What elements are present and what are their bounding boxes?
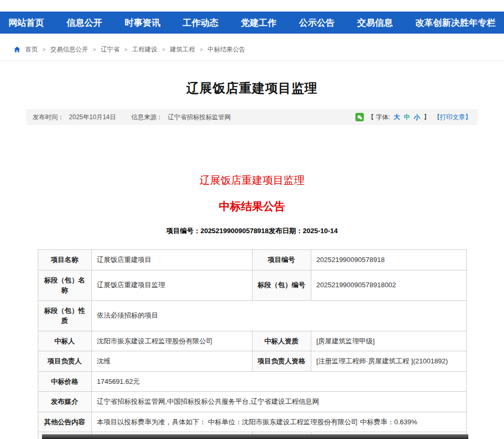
home-icon[interactable] [14,46,20,53]
source-value: 辽宁省招标投标监管网 [167,113,230,121]
value-section-name: 辽展饭店重建项目监理 [91,270,252,300]
breadcrumb-separator: > [200,47,203,53]
nav-item-party-building[interactable]: 党建工作 [239,17,279,29]
label-leader-qualification: 项目负责人资格 [252,351,311,372]
top-strip [0,0,504,12]
value-leader-qualification: [注册监理工程师·房屋建筑工程 ](21001892) [311,351,466,372]
table-row: 中标人 沈阳市振东建设工程监理股份有限公司 中标人资质 [房屋建筑监理甲级] [38,331,466,351]
label-publish-media: 发布媒介 [38,392,91,412]
label-section-nature: 标段（包）性质 [38,300,91,331]
announcement-subtitle: 中标结果公告 [0,199,504,214]
table-row: 发布媒介 辽宁省招标投标监管网,中国招标投标公共服务平台,辽宁省建设工程信息网 [38,392,466,412]
bid-result-table: 项目名称 辽展饭店重建项目 项目编号 202521990090578918 标段… [38,249,467,439]
nav-item-home[interactable]: 网站首页 [6,17,46,29]
nav-item-current-news[interactable]: 时事资讯 [122,17,162,29]
main-nav: 网站首页 信息公开 时事资讯 工作动态 党建工作 公示公告 交易信息 改革创新决… [0,12,504,34]
breadcrumb: 首页 > 交易信息公开 > 辽宁省 > 工程建设 > 建筑工程 > 中标结果公告 [0,34,504,61]
bottom-edge-bar [42,434,468,439]
table-row: 其他公告内容 本项目以投标费率为准，具体如下： 中标单位：沈阳市振东建设工程监理… [38,412,466,432]
share-icon[interactable] [355,113,364,121]
value-project-number: 202521990090578918 [311,250,466,270]
label-section-number: 标段（包）编号 [252,270,311,300]
breadcrumb-item-construction[interactable]: 建筑工程 [170,45,195,54]
article-meta-bar: 发布时间： 2025年10月14日 信息来源： 辽宁省招标投标监管网 【 字体:… [26,109,478,125]
breadcrumb-separator: > [124,47,128,53]
label-project-leader: 项目负责人 [38,351,91,372]
nav-item-trade-info[interactable]: 交易信息 [355,17,395,29]
announce-date: 发布日期：2025-10-14 [269,227,338,235]
table-row: 中标价格 1745691.62元 [38,371,466,392]
breadcrumb-item-home[interactable]: 首页 [25,45,38,54]
publish-time-label: 发布时间： [33,113,64,121]
label-other-content: 其他公告内容 [38,412,91,432]
value-section-nature: 依法必须招标的项目 [91,300,466,331]
font-small-link[interactable]: 小 [414,113,420,122]
nav-item-work-updates[interactable]: 工作动态 [181,17,220,29]
meta-right: 【 字体: 大 中 小 】 【打印文章】 [355,113,471,122]
label-bid-price: 中标价格 [38,371,91,392]
project-number-line: 项目编号：202521990090578918发布日期：2025-10-14 [0,226,504,236]
value-winner: 沈阳市振东建设工程监理股份有限公司 [91,331,252,351]
page-title: 辽展饭店重建项目监理 [0,80,504,97]
publish-time-value: 2025年10月14日 [69,113,116,121]
breadcrumb-item-trade-info[interactable]: 交易信息公开 [50,45,88,54]
nav-item-info-disclosure[interactable]: 信息公开 [65,17,104,29]
font-size-label: 【 字体: [368,113,390,122]
font-large-link[interactable]: 大 [394,113,400,122]
source-label: 信息来源： [131,113,163,121]
label-section-name: 标段（包）名称 [38,270,91,300]
table-row: 标段（包）名称 辽展饭店重建项目监理 标段（包）编号 2025219900905… [38,270,466,300]
announcement-title: 辽展饭店重建项目监理 [0,173,504,187]
breadcrumb-separator: > [93,47,96,53]
nav-item-public-notices[interactable]: 公示公告 [297,17,337,29]
label-project-number: 项目编号 [252,250,311,270]
breadcrumb-item-bid-result[interactable]: 中标结果公告 [207,45,245,54]
breadcrumb-separator: > [162,47,165,53]
table-row: 项目负责人 沈维 项目负责人资格 [注册监理工程师·房屋建筑工程 ](21001… [38,351,466,372]
breadcrumb-item-engineering[interactable]: 工程建设 [132,45,158,54]
table-row: 标段（包）性质 依法必须招标的项目 [38,300,466,331]
label-winner-qualification: 中标人资质 [252,331,311,351]
font-medium-link[interactable]: 中 [404,113,410,122]
value-project-name: 辽展饭店重建项目 [91,250,252,270]
nav-item-reform-special[interactable]: 改革创新决胜年专栏 [413,17,498,29]
print-article-link[interactable]: 【打印文章】 [434,113,471,122]
table-row: 项目名称 辽展饭店重建项目 项目编号 202521990090578918 [38,250,466,270]
value-publish-media: 辽宁省招标投标监管网,中国招标投标公共服务平台,辽宁省建设工程信息网 [91,392,466,412]
breadcrumb-separator: > [43,47,46,53]
label-winner: 中标人 [38,331,91,351]
value-section-number: 202521990090578918002 [311,270,466,300]
breadcrumb-item-liaoning[interactable]: 辽宁省 [101,45,120,54]
font-size-label-close: 】 [424,113,430,122]
project-number: 项目编号：202521990090578918 [166,227,269,235]
meta-left: 发布时间： 2025年10月14日 信息来源： 辽宁省招标投标监管网 [33,113,234,122]
value-bid-price: 1745691.62元 [91,371,466,392]
value-project-leader: 沈维 [91,351,252,372]
value-other-content: 本项目以投标费率为准，具体如下： 中标单位：沈阳市振东建设工程监理股份有限公司 … [91,412,466,432]
label-project-name: 项目名称 [38,250,91,270]
value-winner-qualification: [房屋建筑监理甲级] [311,331,466,351]
